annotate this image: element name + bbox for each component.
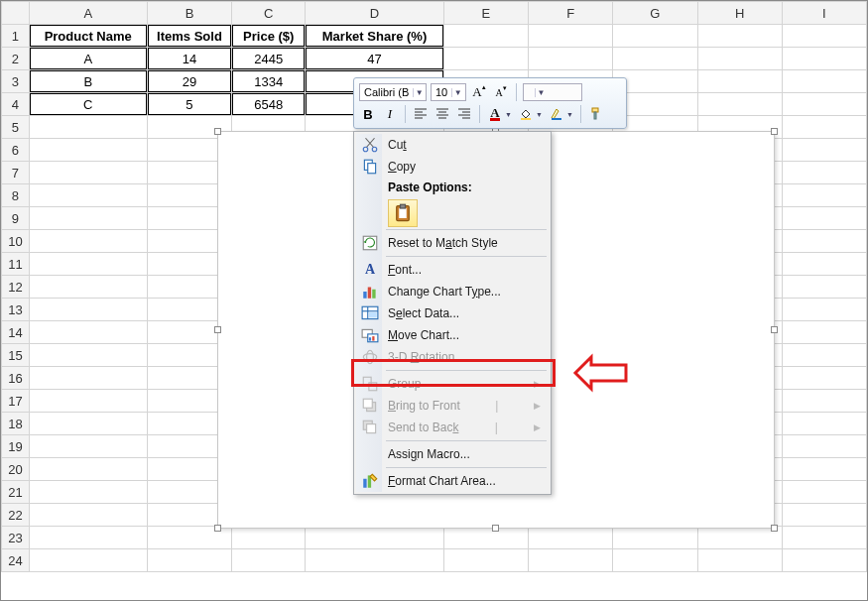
col-header-E[interactable]: E xyxy=(443,2,528,25)
cell-H3[interactable] xyxy=(697,70,782,93)
row-header-17[interactable]: 17 xyxy=(2,390,30,413)
col-header-B[interactable]: B xyxy=(147,2,232,25)
cell-B4[interactable]: 5 xyxy=(147,93,232,116)
cell-D1[interactable]: Market Share (%) xyxy=(306,25,444,48)
col-header-F[interactable]: F xyxy=(529,2,613,25)
row-header-20[interactable]: 20 xyxy=(2,458,30,481)
cell-I3[interactable] xyxy=(782,70,866,93)
row-header-14[interactable]: 14 xyxy=(2,321,30,344)
cell-D2[interactable]: 47 xyxy=(306,48,444,70)
cell-A3[interactable]: B xyxy=(29,70,147,93)
menu-copy[interactable]: Copy xyxy=(356,156,549,178)
cell-C3[interactable]: 1334 xyxy=(232,70,306,93)
bold-button[interactable]: B xyxy=(359,105,377,123)
chevron-down-icon[interactable]: ▼ xyxy=(413,88,425,97)
row-header-10[interactable]: 10 xyxy=(2,230,30,253)
cell-A2[interactable]: A xyxy=(29,48,147,70)
italic-button[interactable]: I xyxy=(381,105,399,123)
chevron-down-icon[interactable]: ▼ xyxy=(565,105,574,123)
cell-I2[interactable] xyxy=(782,48,866,70)
resize-handle[interactable] xyxy=(771,128,778,135)
resize-handle[interactable] xyxy=(771,525,778,532)
chevron-down-icon[interactable]: ▼ xyxy=(504,105,513,123)
row-header-6[interactable]: 6 xyxy=(2,139,30,162)
col-header-C[interactable]: C xyxy=(232,2,306,25)
row-header-19[interactable]: 19 xyxy=(2,435,30,458)
cell-C4[interactable]: 6548 xyxy=(232,93,306,116)
row-header-13[interactable]: 13 xyxy=(2,299,30,321)
col-header-H[interactable]: H xyxy=(697,2,782,25)
row-header-22[interactable]: 22 xyxy=(2,504,30,527)
resize-handle[interactable] xyxy=(214,128,221,135)
resize-handle[interactable] xyxy=(492,525,499,532)
cell-F1[interactable] xyxy=(529,25,613,48)
row-header-15[interactable]: 15 xyxy=(2,344,30,367)
paste-option-button[interactable] xyxy=(388,199,418,227)
row-header-23[interactable]: 23 xyxy=(2,527,30,549)
cell-A4[interactable]: C xyxy=(29,93,147,116)
menu-move-chart[interactable]: Move Chart... xyxy=(356,324,549,346)
cell-E1[interactable] xyxy=(443,25,528,48)
cell-E2[interactable] xyxy=(443,48,528,70)
cell-G2[interactable] xyxy=(613,48,697,70)
cell-I4[interactable] xyxy=(782,93,866,116)
row-header-18[interactable]: 18 xyxy=(2,413,30,435)
chevron-down-icon[interactable]: ▼ xyxy=(535,88,547,97)
cell-B2[interactable]: 14 xyxy=(147,48,232,70)
row-header-2[interactable]: 2 xyxy=(2,48,30,70)
cell-H2[interactable] xyxy=(697,48,782,70)
chevron-down-icon[interactable]: ▼ xyxy=(535,105,544,123)
font-name-combo[interactable]: Calibri (B▼ xyxy=(359,83,427,101)
menu-reset-match-style[interactable]: Reset to Match Style xyxy=(356,232,549,254)
row-header-16[interactable]: 16 xyxy=(2,367,30,390)
cell-C2[interactable]: 2445 xyxy=(232,48,306,70)
format-painter-button[interactable] xyxy=(587,105,605,123)
menu-font[interactable]: A Font... xyxy=(356,259,549,281)
select-all-corner[interactable] xyxy=(2,2,30,25)
cell-A5[interactable] xyxy=(29,116,147,139)
align-center-button[interactable] xyxy=(434,105,451,123)
col-header-G[interactable]: G xyxy=(613,2,697,25)
align-right-button[interactable] xyxy=(455,105,473,123)
align-left-button[interactable] xyxy=(412,105,430,123)
cell-C1[interactable]: Price ($) xyxy=(232,25,306,48)
menu-select-data[interactable]: Select Data... xyxy=(356,302,549,324)
row-header-21[interactable]: 21 xyxy=(2,481,30,504)
style-combo[interactable]: ▼ xyxy=(523,83,582,101)
resize-handle[interactable] xyxy=(214,326,221,333)
row-header-3[interactable]: 3 xyxy=(2,70,30,93)
cell-F2[interactable] xyxy=(529,48,613,70)
row-header-9[interactable]: 9 xyxy=(2,207,30,230)
font-color-button[interactable]: A xyxy=(486,105,504,123)
menu-format-chart-area[interactable]: Format Chart Area... xyxy=(356,470,549,492)
row-header-4[interactable]: 4 xyxy=(2,93,30,116)
menu-assign-macro[interactable]: Assign Macro... xyxy=(356,443,549,465)
resize-handle[interactable] xyxy=(214,525,221,532)
row-header-11[interactable]: 11 xyxy=(2,253,30,276)
outline-color-button[interactable] xyxy=(548,105,565,123)
row-header-12[interactable]: 12 xyxy=(2,276,30,299)
row-header-8[interactable]: 8 xyxy=(2,184,30,207)
cell-B3[interactable]: 29 xyxy=(147,70,232,93)
shrink-font-button[interactable]: A▾ xyxy=(492,83,510,101)
row-header-7[interactable]: 7 xyxy=(2,162,30,184)
row-header-24[interactable]: 24 xyxy=(2,549,30,572)
cell-H4[interactable] xyxy=(697,93,782,116)
menu-change-chart-type[interactable]: Change Chart Type... xyxy=(356,281,549,302)
cell-G1[interactable] xyxy=(613,25,697,48)
cell-B1[interactable]: Items Sold xyxy=(147,25,232,48)
col-header-D[interactable]: D xyxy=(306,2,444,25)
chevron-down-icon[interactable]: ▼ xyxy=(451,88,463,97)
menu-cut[interactable]: Cut xyxy=(356,134,549,156)
col-header-I[interactable]: I xyxy=(782,2,866,25)
cell-A1[interactable]: Product Name xyxy=(29,25,147,48)
col-header-A[interactable]: A xyxy=(29,2,147,25)
cell-H1[interactable] xyxy=(697,25,782,48)
resize-handle[interactable] xyxy=(771,326,778,333)
row-header-1[interactable]: 1 xyxy=(2,25,30,48)
cell-I1[interactable] xyxy=(782,25,866,48)
fill-color-button[interactable] xyxy=(517,105,535,123)
grow-font-button[interactable]: A▴ xyxy=(470,83,488,101)
row-header-5[interactable]: 5 xyxy=(2,116,30,139)
font-size-combo[interactable]: 10▼ xyxy=(431,83,466,101)
